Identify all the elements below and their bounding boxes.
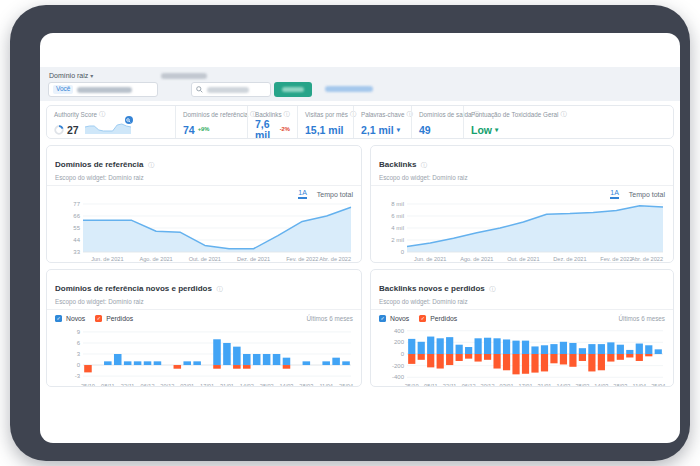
tab-1a[interactable]: 1A — [610, 189, 619, 199]
metric-value[interactable]: 49 — [419, 125, 456, 136]
tab-tempo-total[interactable]: Tempo total — [629, 191, 665, 198]
svg-text:17/01: 17/01 — [519, 383, 533, 387]
redacted-report-title — [161, 73, 207, 79]
svg-text:200: 200 — [394, 339, 405, 345]
metric-value[interactable]: 74+9% — [183, 125, 240, 136]
svg-text:Fev. de 2022: Fev. de 2022 — [286, 256, 318, 262]
chevron-down-icon: ▾ — [90, 73, 93, 79]
analyze-button[interactable] — [274, 82, 312, 97]
panel-subtitle: Escopo do widget: Domínio raiz — [55, 174, 353, 181]
you-badge: Você — [53, 85, 73, 94]
redacted-domain-text — [77, 87, 132, 93]
redacted-search-placeholder — [207, 87, 249, 93]
svg-text:55: 55 — [73, 225, 80, 231]
metric-value[interactable]: 15,1 mil — [305, 125, 346, 136]
info-icon[interactable]: ⓘ — [489, 286, 495, 292]
svg-text:11/04: 11/04 — [632, 383, 646, 387]
panel-title: Backlinks novos e perdidos — [379, 284, 485, 293]
period-label: Últimos 6 meses — [306, 315, 353, 322]
svg-text:Out. de 2021: Out. de 2021 — [507, 256, 539, 262]
sparkline-chart — [85, 119, 131, 135]
svg-text:08/11: 08/11 — [101, 383, 115, 387]
metric-value[interactable]: Low▾ — [471, 125, 666, 136]
authority-sparkline[interactable] — [85, 119, 131, 135]
info-icon[interactable]: ⓘ — [216, 286, 222, 292]
svg-text:22/11: 22/11 — [121, 383, 135, 387]
legend-checkbox-novos[interactable]: ✓ — [55, 315, 62, 322]
metric-label: Domínios de referênciaⓘ — [183, 110, 240, 119]
svg-text:8 mil: 8 mil — [391, 201, 404, 207]
svg-text:6 mil: 6 mil — [391, 213, 404, 219]
svg-text:0: 0 — [401, 249, 405, 255]
svg-text:9: 9 — [77, 329, 81, 335]
svg-text:31/01: 31/01 — [220, 383, 234, 387]
metric-label: Palavras-chaveⓘ — [361, 110, 404, 119]
period-label: Últimos 6 meses — [618, 315, 665, 322]
svg-text:06/12: 06/12 — [141, 383, 155, 387]
legend-checkbox-novos[interactable]: ✓ — [379, 315, 386, 322]
svg-text:Dez. de 2021: Dez. de 2021 — [553, 256, 586, 262]
redacted-link[interactable] — [325, 86, 373, 92]
metric-backlinks: Backlinksⓘ7,6 mil-2% — [247, 106, 297, 138]
svg-text:77: 77 — [73, 201, 80, 207]
svg-text:03/01: 03/01 — [500, 383, 514, 387]
svg-text:4 mil: 4 mil — [391, 225, 404, 231]
svg-text:28/03: 28/03 — [299, 383, 313, 387]
referring-domains-chart: 7766554433Jun. de 2021Ago. de 2021Out. d… — [55, 200, 355, 262]
panel-title: Backlinks — [379, 160, 416, 169]
search-input[interactable] — [191, 82, 271, 97]
legend-checkbox-perdidos[interactable]: ✓ — [419, 315, 426, 322]
svg-text:Jun. de 2021: Jun. de 2021 — [91, 256, 123, 262]
svg-text:Abr. de 2022: Abr. de 2022 — [319, 256, 351, 262]
svg-text:33: 33 — [73, 249, 80, 255]
metric-delta: -2% — [280, 127, 290, 133]
svg-text:20/12: 20/12 — [160, 383, 174, 387]
metrics-summary-card: Authority Scoreⓘ27Domínios de referência… — [46, 105, 674, 139]
svg-text:25/04: 25/04 — [651, 383, 665, 387]
svg-text:-400: -400 — [392, 374, 405, 380]
panel-subtitle: Escopo do widget: Domínio raiz — [379, 174, 665, 181]
metric-pontua-o-de-toxicidade-geral: Pontuação de Toxicidade GeralⓘLow▾ — [463, 106, 673, 138]
referring-domains-panel: Domínios de referência ⓘ Escopo do widge… — [46, 145, 362, 263]
legend-label-perdidos: Perdidos — [106, 315, 133, 322]
tab-tempo-total[interactable]: Tempo total — [317, 191, 353, 198]
info-icon[interactable]: ⓘ — [421, 162, 427, 168]
domain-input[interactable]: Você — [48, 82, 158, 97]
info-icon[interactable]: ⓘ — [99, 110, 105, 119]
info-icon[interactable]: ⓘ — [148, 162, 154, 168]
metric-value[interactable]: 7,6 mil-2% — [255, 119, 290, 139]
redacted-button-label — [282, 87, 304, 92]
legend-checkbox-perdidos[interactable]: ✓ — [95, 315, 102, 322]
svg-text:25/10: 25/10 — [81, 383, 95, 387]
svg-text:-200: -200 — [392, 363, 405, 369]
svg-text:31/01: 31/01 — [537, 383, 551, 387]
svg-text:Jun. de 2021: Jun. de 2021 — [414, 256, 446, 262]
metric-value[interactable]: 2,1 mil▾ — [361, 125, 404, 136]
screenshot-stage: Domínio raiz ▾ Você — [0, 0, 700, 466]
tab-1a[interactable]: 1A — [298, 189, 307, 199]
panel-subtitle: Escopo do widget: Domínio raiz — [379, 298, 665, 305]
scope-selector[interactable]: Domínio raiz ▾ — [49, 72, 93, 79]
info-icon[interactable]: ⓘ — [284, 110, 290, 119]
svg-text:17/01: 17/01 — [200, 383, 214, 387]
svg-text:14/03: 14/03 — [279, 383, 293, 387]
legend-label-perdidos: Perdidos — [430, 315, 457, 322]
svg-text:0: 0 — [77, 362, 81, 368]
info-icon[interactable]: ⓘ — [560, 110, 566, 119]
svg-text:Abr. de 2022: Abr. de 2022 — [631, 256, 663, 262]
new-lost-backlinks-panel: Backlinks novos e perdidos ⓘ Escopo do w… — [370, 269, 674, 387]
metric-dom-nios-de-refer-ncia: Domínios de referênciaⓘ74+9% — [175, 106, 247, 138]
metric-label: Authority Scoreⓘ — [54, 110, 168, 119]
scope-selector-label: Domínio raiz — [49, 72, 88, 79]
svg-text:11/04: 11/04 — [319, 383, 333, 387]
metric-label: Pontuação de Toxicidade Geralⓘ — [471, 110, 666, 119]
legend-label-novos: Novos — [390, 315, 409, 322]
authority-score-value: 27 — [54, 125, 79, 136]
backlinks-panel: Backlinks ⓘ Escopo do widget: Domínio ra… — [370, 145, 674, 263]
svg-text:Ago. de 2021: Ago. de 2021 — [139, 256, 172, 262]
metric-palavras-chave: Palavras-chaveⓘ2,1 mil▾ — [353, 106, 411, 138]
panel-title: Domínios de referência novos e perdidos — [55, 284, 212, 293]
chevron-down-icon: ▾ — [397, 127, 400, 134]
metric-label: Visitas por mêsⓘ — [305, 110, 346, 119]
dashboard-screen: Domínio raiz ▾ Você — [40, 33, 680, 443]
